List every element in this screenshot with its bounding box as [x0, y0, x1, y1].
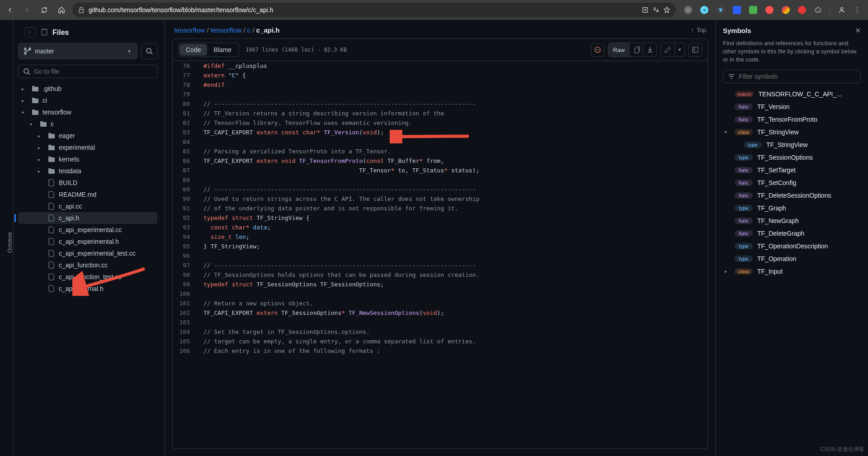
tree-file[interactable]: c_api_experimental.h — [18, 236, 157, 247]
extensions-icon[interactable] — [814, 6, 821, 14]
line-number[interactable]: 94 — [173, 232, 198, 242]
tree-file[interactable]: c_api_function_test.cc — [18, 271, 157, 283]
line-number[interactable]: 100 — [173, 289, 198, 299]
code-line[interactable]: 95} TF_StringView; — [173, 242, 708, 251]
line-number[interactable]: 96 — [173, 251, 198, 261]
tree-folder[interactable]: ▸eager — [18, 130, 157, 142]
line-number[interactable]: 92 — [173, 213, 198, 223]
line-number[interactable]: 80 — [173, 99, 198, 109]
raw-button[interactable]: Raw — [609, 43, 629, 57]
top-button[interactable]: ↑ Top — [691, 27, 706, 33]
code-line[interactable]: 93 const char* data; — [173, 223, 708, 232]
ext-icon-7[interactable] — [782, 6, 790, 14]
tree-folder[interactable]: ▸testdata — [18, 165, 157, 177]
line-number[interactable]: 85 — [173, 147, 198, 156]
filter-symbols-field[interactable] — [739, 73, 856, 80]
code-line[interactable]: 82// TensorFlow library. TensorFlow uses… — [173, 118, 708, 128]
ext-icon-5[interactable] — [749, 6, 757, 14]
code-line[interactable]: 101// Return a new options object. — [173, 299, 708, 308]
tree-file[interactable]: BUILD — [18, 177, 157, 189]
line-number[interactable]: 104 — [173, 327, 198, 337]
tree-file[interactable]: c_api_internal.h — [18, 283, 157, 294]
symbol-item[interactable]: funcTF_DeleteGraph — [723, 227, 861, 240]
copilot-button[interactable] — [591, 43, 604, 57]
go-to-file-field[interactable] — [34, 68, 152, 75]
symbol-item[interactable]: typeTF_SessionOptions — [723, 151, 861, 164]
tree-folder[interactable]: ▾tensorflow — [18, 106, 157, 118]
code-line[interactable]: 97// -----------------------------------… — [173, 261, 708, 270]
code-line[interactable]: 80// -----------------------------------… — [173, 99, 708, 109]
code-line[interactable]: 100 — [173, 289, 708, 299]
profile-icon[interactable] — [838, 6, 845, 14]
ext-icon-3[interactable]: ▼ — [717, 6, 725, 14]
code-line[interactable]: 85// Parsing a serialized TensorProto in… — [173, 147, 708, 156]
ext-icon-1[interactable] — [684, 6, 692, 14]
code-line[interactable]: 88 — [173, 175, 708, 185]
tree-folder[interactable]: ▾c — [18, 118, 157, 130]
ext-icon-4[interactable] — [733, 6, 741, 14]
code-line[interactable]: 103 — [173, 318, 708, 327]
line-number[interactable]: 77 — [173, 71, 198, 80]
line-number[interactable]: 78 — [173, 80, 198, 90]
tab-code[interactable]: Code — [179, 44, 207, 56]
bookmark-star-icon[interactable] — [663, 6, 670, 14]
code-line[interactable]: 94 size_t len; — [173, 232, 708, 242]
tree-file[interactable]: c_api.cc — [18, 200, 157, 212]
line-number[interactable]: 103 — [173, 318, 198, 327]
edit-dropdown[interactable]: ▼ — [675, 43, 684, 57]
line-number[interactable]: 102 — [173, 308, 198, 318]
tree-folder[interactable]: ▸ci — [18, 95, 157, 106]
breadcrumb-segment[interactable]: tensorflow — [211, 26, 241, 34]
symbol-item[interactable]: funcTF_SetConfig — [723, 176, 861, 189]
symbol-item[interactable]: typeTF_Operation — [723, 252, 861, 265]
code-line[interactable]: 77extern "C" { — [173, 71, 708, 80]
code-line[interactable]: 87 TF_Tensor* to, TF_Status* status); — [173, 166, 708, 175]
site-info-icon[interactable] — [78, 6, 85, 14]
ext-icon-8[interactable] — [798, 6, 806, 14]
code-line[interactable]: 90// Used to return strings across the C… — [173, 194, 708, 204]
tab-blame[interactable]: Blame — [207, 44, 238, 56]
symbol-item[interactable]: funcTF_NewGraph — [723, 214, 861, 227]
tree-file[interactable]: README.md — [18, 189, 157, 200]
tree-folder[interactable]: ▸.github — [18, 83, 157, 95]
code-line[interactable]: 86TF_CAPI_EXPORT extern void TF_TensorFr… — [173, 156, 708, 166]
line-number[interactable]: 101 — [173, 299, 198, 308]
line-number[interactable]: 97 — [173, 261, 198, 270]
line-number[interactable]: 98 — [173, 270, 198, 280]
line-number[interactable]: 93 — [173, 223, 198, 232]
chrome-menu-icon[interactable] — [854, 6, 861, 14]
ext-icon-2[interactable]: ⚛ — [700, 6, 708, 14]
back-button[interactable] — [4, 4, 16, 16]
line-number[interactable]: 86 — [173, 156, 198, 166]
go-to-file-input[interactable] — [18, 65, 157, 78]
line-number[interactable]: 99 — [173, 280, 198, 289]
code-line[interactable]: 105// target can be empty, a single entr… — [173, 337, 708, 346]
close-symbols-button[interactable]: ✕ — [855, 26, 861, 35]
breadcrumb-segment[interactable]: tensorflow — [174, 26, 205, 34]
code-line[interactable]: 92typedef struct TF_StringView { — [173, 213, 708, 223]
ext-icon-6[interactable] — [765, 6, 774, 14]
tree-file[interactable]: c_api_function.cc — [18, 259, 157, 271]
line-number[interactable]: 81 — [173, 109, 198, 118]
code-line[interactable]: 106// Each entry is in one of the follow… — [173, 346, 708, 356]
line-number[interactable]: 91 — [173, 204, 198, 213]
code-line[interactable]: 89// -----------------------------------… — [173, 185, 708, 194]
line-number[interactable]: 84 — [173, 137, 198, 147]
tree-file[interactable]: c_api_experimental_test.cc — [18, 247, 157, 259]
line-number[interactable]: 87 — [173, 166, 198, 175]
line-number[interactable]: 106 — [173, 346, 198, 356]
filter-symbols-input[interactable] — [723, 70, 861, 83]
symbol-item[interactable]: typeTF_OperationDescription — [723, 240, 861, 252]
code-line[interactable]: 76#ifdef __cplusplus — [173, 61, 708, 71]
code-line[interactable]: 81// TF_Version returns a string describ… — [173, 109, 708, 118]
code-line[interactable]: 98// TF_SessionOptions holds options tha… — [173, 270, 708, 280]
tree-folder[interactable]: ▸experimental — [18, 142, 157, 153]
line-number[interactable]: 76 — [173, 61, 198, 71]
line-number[interactable]: 83 — [173, 128, 198, 137]
symbol-item[interactable]: ▸classTF_Input — [723, 265, 861, 278]
line-number[interactable]: 90 — [173, 194, 198, 204]
octotree-toggle[interactable]: 〉 — [25, 27, 36, 38]
line-number[interactable]: 88 — [173, 175, 198, 185]
download-button[interactable] — [643, 43, 656, 57]
line-number[interactable]: 79 — [173, 90, 198, 99]
